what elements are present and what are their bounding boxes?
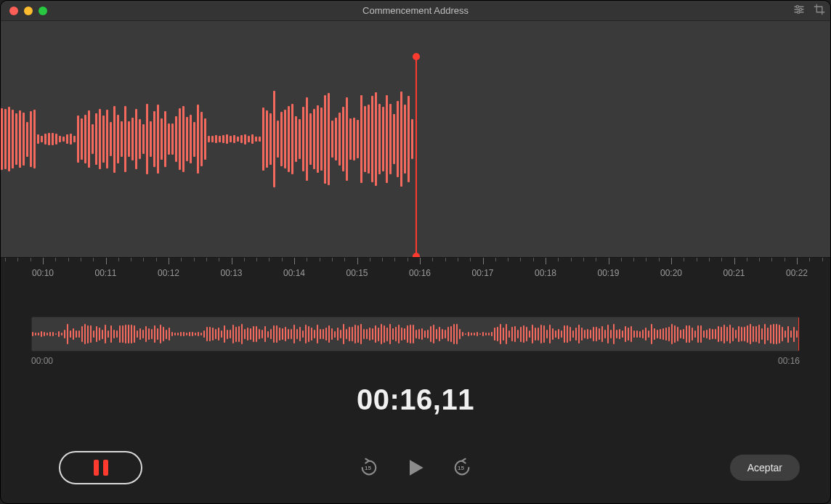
waveform-overview[interactable]: [31, 317, 800, 351]
ruler-label: 00:13: [220, 268, 242, 278]
ruler-label: 00:20: [660, 268, 682, 278]
title-actions: [793, 1, 826, 21]
ruler-label: 00:19: [597, 268, 619, 278]
waveform-detail[interactable]: [1, 21, 830, 257]
titlebar: Commencement Address: [1, 1, 830, 21]
ruler-label: 00:16: [409, 268, 431, 278]
done-button[interactable]: Aceptar: [730, 455, 800, 481]
skip-forward-button[interactable]: 15: [451, 457, 473, 479]
skip-forward-amount: 15: [458, 465, 464, 471]
ruler-label: 00:15: [346, 268, 368, 278]
time-readout: 00:16,11: [1, 383, 830, 416]
close-window-button[interactable]: [9, 7, 18, 15]
ruler-label: 00:14: [283, 268, 305, 278]
settings-icon[interactable]: [793, 3, 806, 19]
overview-time-labels: 00:00 00:16: [31, 356, 800, 366]
record-pause-button[interactable]: [59, 451, 142, 484]
minimize-window-button[interactable]: [24, 7, 33, 15]
done-button-label: Aceptar: [747, 462, 782, 473]
trim-icon[interactable]: [813, 3, 826, 19]
window-controls: [1, 7, 47, 15]
overview-start-time: 00:00: [31, 356, 53, 366]
app-window: Commencement Address: [0, 0, 831, 504]
ruler-label: 00:12: [158, 268, 179, 278]
window-title: Commencement Address: [1, 5, 830, 16]
svg-point-3: [800, 8, 802, 10]
ruler-label: 00:22: [786, 268, 808, 278]
ruler-label: 00:10: [32, 268, 54, 278]
play-button[interactable]: [402, 454, 429, 481]
ruler-label: 00:18: [535, 268, 556, 278]
overview-end-time: 00:16: [778, 356, 800, 366]
playhead[interactable]: [416, 56, 417, 257]
pause-icon: [94, 460, 108, 476]
ruler-label: 00:21: [723, 268, 745, 278]
ruler-label: 00:17: [471, 268, 493, 278]
skip-back-button[interactable]: 15: [358, 457, 380, 479]
svg-point-5: [798, 11, 800, 13]
overview-playhead[interactable]: [798, 317, 800, 351]
skip-back-amount: 15: [365, 465, 371, 471]
transport-controls: 15 15 Aceptar: [1, 447, 830, 487]
ruler-label: 00:11: [94, 268, 116, 278]
svg-point-1: [796, 6, 798, 8]
maximize-window-button[interactable]: [38, 7, 47, 15]
time-ruler[interactable]: 00:1000:1100:1200:1300:1400:1500:1600:17…: [1, 257, 830, 286]
